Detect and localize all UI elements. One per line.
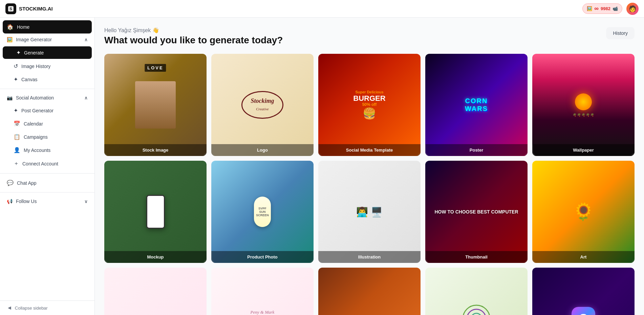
calendar-icon: 📅 [14, 120, 20, 127]
tile-content-illustration: 👨‍💻🖥️ [318, 161, 421, 263]
grid-item-wallpaper[interactable]: 🌴🌴🌴🌴🌴 Wallpaper [532, 54, 635, 156]
app-logo[interactable]: S STOCKIMG.AI [5, 3, 53, 14]
tile-label-product-photo: Product Photo [211, 251, 314, 263]
tile-content-art: 🌻 [532, 161, 635, 263]
tile-content-mobile-icon: S [532, 268, 635, 315]
grid-item-poster[interactable]: CORNWARS Poster [425, 54, 528, 156]
avatar[interactable]: 🧑 [626, 3, 639, 15]
generate-icon: ✦ [16, 49, 21, 56]
grid-item-mobile-icon[interactable]: S Mobile Icon [532, 268, 635, 315]
grid-item-stock-image[interactable]: LOVE Stock Image [104, 54, 207, 156]
accounts-icon: 👤 [14, 147, 20, 153]
grid-item-book-cover[interactable]: Autumn Days Together Book Cover [318, 268, 421, 315]
tile-label-logo: Logo [211, 144, 314, 156]
tile-label-poster: Poster [425, 144, 528, 156]
divider-2 [0, 173, 94, 174]
main-content: Hello Yağız Şimşek 👋 What would you like… [95, 18, 644, 315]
tile-content-mockup [104, 161, 207, 263]
grid-item-illustration[interactable]: 👨‍💻🖥️ Illustration [318, 161, 421, 263]
navbar-right: 🖼️ ∞ 9982 📹 🧑 [582, 3, 639, 15]
tile-label-stock-image: Stock Image [104, 144, 207, 156]
grid-item-mockup[interactable]: Mockup [104, 161, 207, 263]
tile-label-social-media-template: Social Media Template [318, 144, 421, 156]
sidebar-item-image-history[interactable]: ↺ Image History [0, 60, 94, 73]
tile-content-sticker: 🦄👄😄 [104, 268, 207, 315]
sidebar-item-my-accounts[interactable]: 👤 My Accounts [0, 143, 94, 157]
sidebar: 🏠 Home 🖼️ Image Generator ∧ ✦ Generate ↺ [0, 18, 95, 315]
grid-item-logo[interactable]: StockimgCreative Logo [211, 54, 314, 156]
svg-point-4 [471, 313, 482, 315]
layout: 🏠 Home 🖼️ Image Generator ∧ ✦ Generate ↺ [0, 18, 644, 315]
tile-label-mockup: Mockup [104, 251, 207, 263]
tile-content-card-invites: Peny & Mark❤️Congratulations [211, 268, 314, 315]
campaigns-icon: 📋 [14, 134, 20, 140]
follow-icon: 📢 [7, 199, 13, 204]
grid-item-sticker[interactable]: 🦄👄😄 Sticker [104, 268, 207, 315]
chevron-up-icon-2: ∧ [84, 95, 88, 100]
sidebar-collapse-button[interactable]: ◄ Collapse sidebar [0, 300, 94, 315]
svg-text:S: S [9, 7, 12, 11]
video-icon: 📹 [613, 6, 618, 11]
sidebar-sub-social: ✦ Post Generator 📅 Calendar 📋 Campaigns … [0, 104, 94, 171]
history-button[interactable]: History [606, 27, 635, 39]
tile-content-poster: CORNWARS [425, 54, 528, 156]
divider-3 [0, 192, 94, 193]
post-gen-icon: ✦ [14, 107, 18, 114]
svg-point-3 [467, 309, 486, 315]
tile-content-social-media-template: Super DeliciousBURGER50% off🍔 [318, 54, 421, 156]
tile-content-logo: StockimgCreative [211, 54, 314, 156]
tile-content-stock-image: LOVE [104, 54, 207, 156]
tile-content-wallpaper: 🌴🌴🌴🌴🌴 [532, 54, 635, 156]
tile-label-art: Art [532, 251, 635, 263]
grid-item-thumbnail[interactable]: HOW TO CHOOSE BEST COMPUTER Thumbnail [425, 161, 528, 263]
grid-item-product-photo[interactable]: SVPFSUNSCREEN Product Photo [211, 161, 314, 263]
tile-label-wallpaper: Wallpaper [532, 144, 635, 156]
tile-content-thumbnail: HOW TO CHOOSE BEST COMPUTER [425, 161, 528, 263]
connect-icon: ＋ [14, 160, 19, 167]
chevron-down-icon: ∨ [84, 199, 88, 204]
canvas-icon: ✦ [14, 76, 18, 83]
sidebar-item-connect-account[interactable]: ＋ Connect Account [0, 157, 94, 171]
collapse-icon: ◄ [7, 305, 12, 311]
social-icon: 📷 [7, 95, 13, 100]
category-grid: LOVE Stock Image StockimgCreative Logo S… [104, 54, 635, 315]
grid-item-social-media-template[interactable]: Super DeliciousBURGER50% off🍔 Social Med… [318, 54, 421, 156]
sidebar-item-chat-app[interactable]: 💬 Chat App [0, 176, 94, 189]
navbar: S STOCKIMG.AI 🖼️ ∞ 9982 📹 🧑 [0, 0, 644, 18]
grid-item-card-invites[interactable]: Peny & Mark❤️Congratulations Card&Invite… [211, 268, 314, 315]
sidebar-sub-image-generator: ✦ Generate ↺ Image History ✦ Canvas [0, 46, 94, 86]
tile-label-thumbnail: Thumbnail [425, 251, 528, 263]
grid-item-pattern[interactable]: Pattern [425, 268, 528, 315]
header-text: Hello Yağız Şimşek 👋 What would you like… [104, 27, 283, 46]
sidebar-item-calendar[interactable]: 📅 Calendar [0, 117, 94, 130]
sidebar-section-social[interactable]: 📷 Social Automation ∧ [0, 92, 94, 104]
tile-label-illustration: Illustration [318, 251, 421, 263]
sidebar-section-follow-us[interactable]: 📢 Follow Us ∨ [0, 195, 94, 207]
sidebar-section-image-generator[interactable]: 🖼️ Image Generator ∧ [0, 33, 94, 46]
sidebar-item-campaigns[interactable]: 📋 Campaigns [0, 130, 94, 143]
tile-content-product-photo: SVPFSUNSCREEN [211, 161, 314, 263]
sidebar-item-home[interactable]: 🏠 Home [3, 20, 92, 33]
home-icon: 🏠 [7, 24, 14, 30]
image-gen-icon: 🖼️ [7, 37, 13, 42]
sidebar-item-post-generator[interactable]: ✦ Post Generator [0, 104, 94, 117]
history-icon: ↺ [14, 63, 18, 69]
image-icon: 🖼️ [587, 6, 592, 11]
tile-content-book-cover: Autumn Days Together [318, 268, 421, 315]
sidebar-nav: 🏠 Home 🖼️ Image Generator ∧ ✦ Generate ↺ [0, 18, 94, 300]
grid-item-art[interactable]: 🌻 Art [532, 161, 635, 263]
main-header: Hello Yağız Şimşek 👋 What would you like… [104, 27, 635, 46]
greeting: Hello Yağız Şimşek 👋 [104, 27, 283, 33]
sidebar-item-canvas[interactable]: ✦ Canvas [0, 73, 94, 86]
chevron-up-icon: ∧ [84, 37, 88, 42]
logo-icon: S [5, 3, 16, 14]
credits-badge[interactable]: 🖼️ ∞ 9982 📹 [582, 3, 622, 14]
sidebar-item-generate[interactable]: ✦ Generate [3, 46, 92, 59]
main-title: What would you like to generate today? [104, 35, 283, 46]
chat-icon: 💬 [7, 180, 14, 186]
tile-content-pattern [425, 268, 528, 315]
divider-1 [0, 89, 94, 89]
